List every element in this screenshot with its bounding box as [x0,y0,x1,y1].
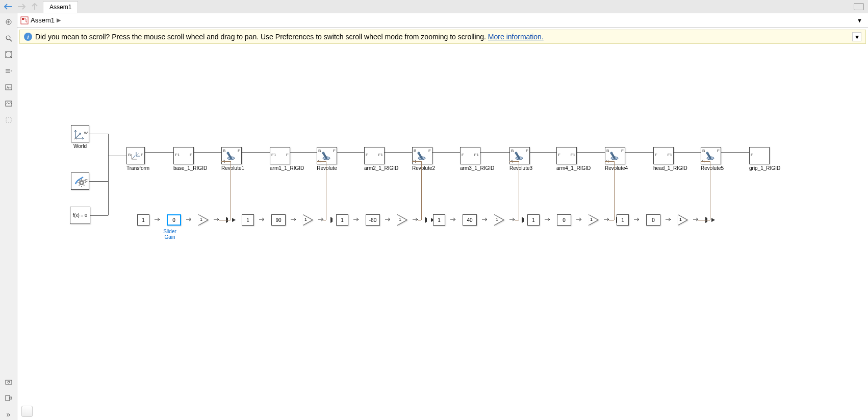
screenshot-icon[interactable] [3,376,14,387]
model-data-icon[interactable] [21,406,33,417]
grip-rigid-block[interactable]: Fgrip_1_RIGID [749,147,780,171]
arm2-rigid-block[interactable]: FF1arm2_1_RIGID [364,147,398,171]
signal-arrow [482,217,489,223]
arm4-rigid-block[interactable]: FF1arm4_1_RIGID [556,147,591,171]
constant-block[interactable]: 1 [336,214,348,226]
revolute4-block[interactable]: BFqRevolute4 [605,147,628,171]
slider-gain-block[interactable]: 0 [557,214,571,226]
svg-text:A≡: A≡ [7,86,11,89]
gain-block[interactable]: 1 [303,214,313,226]
svg-point-1 [6,36,10,40]
up-button[interactable] [29,2,41,12]
fit-icon[interactable] [3,49,14,60]
signal-arrow [155,217,162,223]
forward-button[interactable] [15,2,28,12]
info-text: Did you mean to scroll? Press the mouse … [35,33,544,41]
svg-point-20 [418,152,420,155]
toggle-perspective-icon[interactable] [3,65,14,77]
signal-arrow [545,217,552,223]
topbar: Assem1 [0,0,868,13]
tab-label: Assem1 [49,4,71,11]
bottom-toolbar [17,403,868,420]
transform-block[interactable]: BFTransform [126,147,149,171]
info-dropdown-icon[interactable]: ▾ [852,32,861,41]
slider-gain-block[interactable]: 40 [463,214,477,226]
svg-point-8 [8,381,10,383]
record-icon[interactable] [3,392,14,404]
model-icon [20,16,29,24]
nav-arrows [0,0,43,13]
signal-arrow [576,217,583,223]
svg-rect-9 [6,396,10,401]
canvas[interactable]: WWorldCf(x) = 0BFTransformF1Fbase_1_RIGI… [17,46,868,420]
constant-block[interactable]: 1 [433,214,445,226]
svg-rect-7 [6,380,12,384]
gain-block[interactable]: 1 [589,214,599,226]
constant-block[interactable]: 1 [617,214,629,226]
annotations-icon[interactable]: A≡ [3,82,14,93]
svg-point-26 [706,152,709,155]
gain-block[interactable]: 1 [494,214,504,226]
revolute-block[interactable]: BFqRevolute [317,147,337,171]
world-block[interactable]: WWorld [71,125,89,149]
app-root: Assem1 A≡ » Assem1 ▶ ▼ i D [0,0,868,420]
expand-icon[interactable]: » [3,409,14,420]
slider-gain-block[interactable]: 0 [167,214,181,226]
breadcrumb-arrow-icon[interactable]: ▶ [57,17,61,23]
svg-rect-12 [22,18,24,20]
svg-point-14 [81,182,83,184]
slider-gain-block[interactable]: 90 [271,214,286,226]
keyboard-icon[interactable] [854,3,864,10]
svg-rect-6 [6,117,11,122]
revolute5-block[interactable]: BFqRevolute5 [701,147,724,171]
content: Assem1 ▶ ▼ i Did you mean to scroll? Pre… [17,13,868,420]
svg-point-22 [515,152,518,155]
main: A≡ » Assem1 ▶ ▼ i Did you mean to scroll… [0,13,868,420]
info-link[interactable]: More information. [488,33,544,41]
signal-arrow [259,217,266,223]
signal-arrow [385,217,392,223]
signal-arrow [291,217,298,223]
signal-arrow [450,217,457,223]
svg-point-24 [610,152,613,155]
revolute3-block[interactable]: BFqRevolute3 [509,147,532,171]
gain-block[interactable]: 1 [678,214,688,226]
breadcrumb-text[interactable]: Assem1 [31,16,55,24]
signal-arrow [666,217,673,223]
gain-block[interactable]: 1 [198,214,209,226]
hide-browser-icon[interactable] [3,16,14,28]
signal-arrow [186,217,193,223]
info-icon: i [24,33,32,41]
revolute1-block[interactable]: BFqRevolute1 [221,147,244,171]
constant-block[interactable]: 1 [242,214,254,226]
zoom-icon[interactable] [3,33,14,44]
solver-block[interactable]: f(x) = 0 [70,207,90,224]
info-bar: i Did you mean to scroll? Press the mous… [19,30,866,44]
base-rigid-block[interactable]: F1Fbase_1_RIGID [173,147,207,171]
slider-gain-block[interactable]: -60 [366,214,380,226]
head-rigid-block[interactable]: FF1head_1_RIGID [653,147,687,171]
area-icon[interactable] [3,114,14,126]
svg-point-18 [322,152,325,155]
arm3-rigid-block[interactable]: FF1arm3_1_RIGID [460,147,494,171]
signal-arrow [353,217,361,223]
revolute2-block[interactable]: BFqRevolute2 [412,147,435,171]
model-tab[interactable]: Assem1 [43,1,78,13]
breadcrumb: Assem1 ▶ ▼ [17,13,868,28]
constant-block[interactable]: 1 [527,214,540,226]
slider-gain-label: Slider Gain [160,229,180,240]
config-block[interactable]: C [71,172,89,190]
svg-rect-10 [10,397,12,399]
image-icon[interactable] [3,98,14,109]
sidebar: A≡ » [0,13,17,420]
constant-block[interactable]: 1 [137,214,149,226]
slider-gain-block[interactable]: 0 [646,214,660,226]
arm1-rigid-block[interactable]: F1Farm1_1_RIGID [270,147,304,171]
breadcrumb-dropdown-icon[interactable]: ▼ [857,17,865,23]
gain-block[interactable]: 1 [397,214,407,226]
back-button[interactable] [2,2,14,12]
signal-arrow [634,217,641,223]
svg-point-16 [227,152,229,155]
